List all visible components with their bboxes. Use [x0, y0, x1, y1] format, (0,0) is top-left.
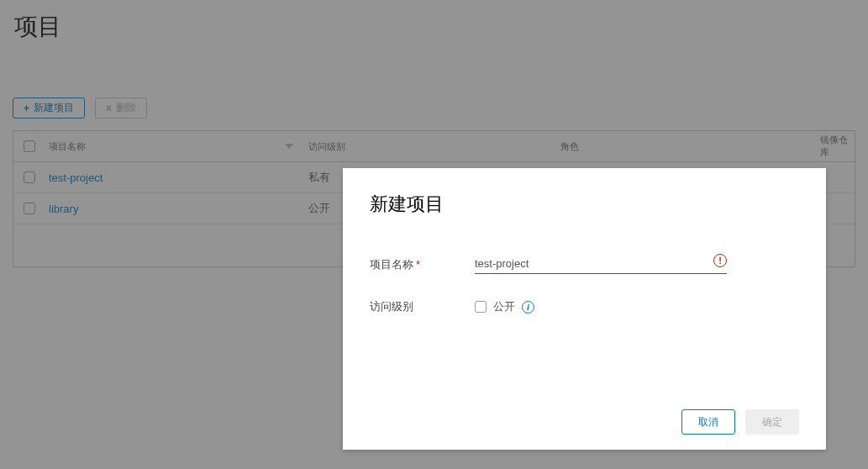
required-mark: *: [416, 258, 420, 271]
form-row-access: 访问级别 公开 i: [370, 299, 799, 314]
error-icon: !: [713, 254, 727, 267]
form-row-name: 项目名称* !: [370, 256, 799, 274]
name-input-wrap: !: [475, 256, 727, 274]
public-checkbox[interactable]: [475, 301, 487, 313]
project-name-input[interactable]: [475, 256, 702, 271]
name-label: 项目名称*: [370, 257, 475, 272]
public-label: 公开: [493, 299, 515, 314]
modal-footer: 取消 确定: [370, 409, 799, 435]
info-icon[interactable]: i: [522, 301, 534, 314]
new-project-modal: 新建项目 项目名称* ! 访问级别 公开 i 取消 确定: [343, 168, 826, 450]
cancel-button[interactable]: 取消: [681, 409, 735, 435]
ok-button: 确定: [745, 409, 799, 435]
modal-overlay: 新建项目 项目名称* ! 访问级别 公开 i 取消 确定: [0, 0, 868, 469]
modal-title: 新建项目: [370, 192, 799, 217]
access-label: 访问级别: [370, 299, 475, 314]
